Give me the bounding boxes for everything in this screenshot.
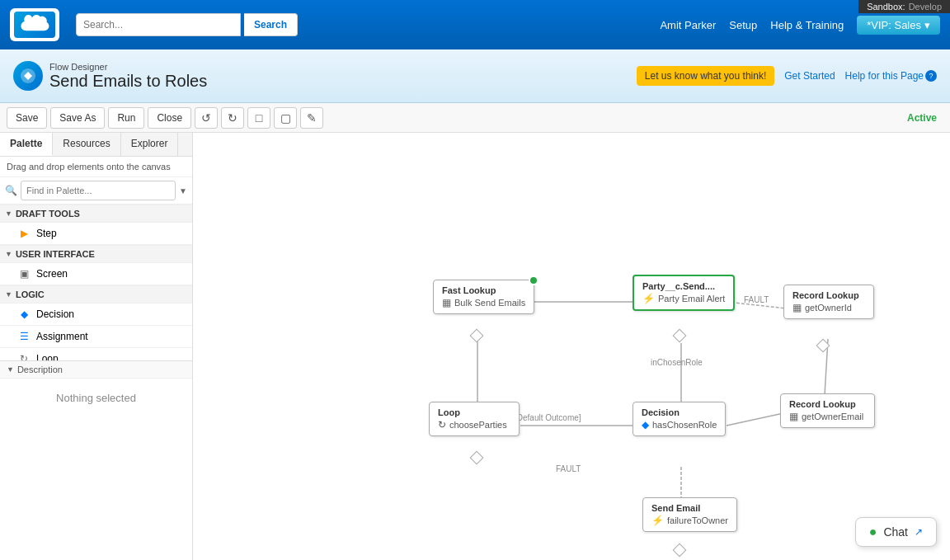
palette-item-step[interactable]: ▶ Step (0, 223, 192, 245)
loop-sub: ↻ chooseParties (438, 419, 510, 431)
redo-button[interactable]: ↻ (221, 107, 244, 129)
section-ui[interactable]: ▼ USER INTERFACE (0, 245, 192, 263)
feedback-area: Let us know what you think! Get Started … (637, 66, 937, 86)
chat-icon: ● (869, 525, 877, 539)
assignment-icon: ☰ (16, 329, 31, 344)
send-email-icon: ⚡ (651, 515, 664, 526)
palette-item-assignment[interactable]: ☰ Assignment (0, 326, 192, 348)
setup-link[interactable]: Setup (729, 19, 757, 31)
close-button[interactable]: Close (148, 107, 191, 129)
user-name[interactable]: Amit Parker (660, 19, 716, 31)
nothing-selected-text: Nothing selected (0, 378, 192, 561)
palette-item-screen[interactable]: ▣ Screen (0, 263, 192, 285)
canvas[interactable]: FAULT inChosenRole [Default Outcome] FAU… (193, 133, 950, 560)
clear-search-icon[interactable]: ▼ (179, 186, 187, 195)
record-lookup-1-title: Record Lookup (792, 290, 865, 300)
active-status: Active (907, 112, 943, 124)
section-label-logic: LOGIC (16, 289, 45, 299)
section-label-draft: DRAFT TOOLS (16, 209, 80, 219)
record-lookup-2-sub: ▦ getOwnerEmail (789, 411, 866, 422)
copy-button[interactable]: □ (247, 107, 270, 129)
section-arrow-draft: ▼ (5, 209, 12, 218)
paste-button[interactable]: ▢ (274, 107, 297, 129)
section-arrow-logic: ▼ (5, 290, 12, 299)
connector-record1-bottom (816, 339, 830, 353)
tab-resources[interactable]: Resources (53, 133, 120, 156)
toolbar: Save Save As Run Close ↺ ↻ □ ▢ ✎ Active (0, 103, 950, 133)
fault-label-1: FAULT (744, 295, 769, 304)
flow-designer-label: Flow Designer (49, 62, 207, 72)
record-lookup-2-icon: ▦ (789, 411, 798, 422)
connector-party-bottom (673, 329, 687, 343)
decision-sub: ◆ hasChosenRole (642, 419, 717, 431)
connector-send-email-bottom (673, 544, 687, 558)
fast-lookup-title: Fast Lookup (442, 285, 525, 295)
record-lookup-2-title: Record Lookup (789, 399, 866, 409)
help-page-link[interactable]: Help for this Page ? (845, 70, 937, 82)
node-loop[interactable]: Loop ↻ chooseParties (429, 402, 520, 436)
palette-search-area: 🔍 ▼ (0, 177, 192, 205)
loop-title: Loop (438, 407, 510, 417)
record-lookup-1-icon: ▦ (792, 302, 802, 313)
svg-line-6 (727, 413, 783, 426)
party-send-icon: ⚡ (642, 293, 655, 304)
party-send-sub: ⚡ Party Email Alert (642, 293, 725, 304)
desc-arrow-icon: ▼ (7, 365, 14, 374)
node-start-indicator (529, 275, 538, 285)
screen-label: Screen (36, 268, 68, 280)
loop-node-icon: ↻ (438, 419, 446, 431)
palette-tabs: Palette Resources Explorer (0, 133, 192, 157)
node-record-lookup-2[interactable]: Record Lookup ▦ getOwnerEmail (780, 393, 875, 428)
chat-label: Chat (883, 525, 908, 539)
assignment-label: Assignment (36, 331, 88, 342)
feedback-button[interactable]: Let us know what you think! (637, 66, 774, 86)
decision-icon: ◆ (16, 307, 31, 322)
default-outcome-label: [Default Outcome] (515, 413, 581, 422)
section-logic[interactable]: ▼ LOGIC (0, 285, 192, 304)
node-party-send[interactable]: Party__c.Send.... ⚡ Party Email Alert (633, 275, 735, 311)
send-email-sub: ⚡ failureToOwner (651, 515, 728, 526)
loop-label: Loop (36, 353, 59, 360)
node-fast-lookup[interactable]: Fast Lookup ▦ Bulk Send Emails (433, 280, 534, 314)
tab-explorer[interactable]: Explorer (121, 133, 179, 156)
sidebar-content: ▼ DRAFT TOOLS ▶ Step ▼ USER INTERFACE ▣ … (0, 205, 192, 360)
chat-button[interactable]: ● Chat ↗ (855, 517, 937, 547)
flow-badge: Flow Designer Send Emails to Roles (13, 61, 207, 91)
save-button[interactable]: Save (7, 107, 47, 129)
palette-search-input[interactable] (21, 181, 176, 200)
node-send-email[interactable]: Send Email ⚡ failureToOwner (642, 497, 737, 532)
decision-node-icon: ◆ (642, 419, 649, 431)
flow-title: Send Emails to Roles (49, 72, 207, 91)
palette-item-loop[interactable]: ↻ Loop (0, 348, 192, 360)
help-training-link[interactable]: Help & Training (770, 19, 844, 31)
flow-title-area: Flow Designer Send Emails to Roles (49, 62, 207, 91)
section-arrow-ui: ▼ (5, 250, 12, 258)
palette-item-decision[interactable]: ◆ Decision (0, 304, 192, 326)
save-as-button[interactable]: Save As (50, 107, 105, 129)
undo-button[interactable]: ↺ (195, 107, 218, 129)
record-lookup-1-sub: ▦ getOwnerId (792, 302, 865, 313)
fault-label-2: FAULT (556, 464, 581, 473)
properties-button[interactable]: ✎ (300, 107, 323, 129)
tab-palette[interactable]: Palette (0, 133, 53, 156)
chat-arrow-icon: ↗ (915, 526, 923, 538)
section-draft-tools[interactable]: ▼ DRAFT TOOLS (0, 205, 192, 223)
search-button[interactable]: Search (244, 13, 298, 36)
app-switcher-button[interactable]: *VIP: Sales ▾ (857, 16, 940, 35)
node-decision[interactable]: Decision ◆ hasChosenRole (633, 402, 726, 436)
search-bar: Search (76, 13, 298, 36)
description-panel[interactable]: ▼ Description (0, 360, 192, 378)
sandbox-label: Sandbox: (867, 2, 905, 12)
sidebar: Palette Resources Explorer Drag and drop… (0, 133, 193, 560)
screen-icon: ▣ (16, 266, 31, 281)
description-label: Description (17, 365, 63, 374)
search-input[interactable] (76, 13, 241, 36)
run-button[interactable]: Run (108, 107, 144, 129)
step-label: Step (36, 228, 57, 239)
node-record-lookup-1[interactable]: Record Lookup ▦ getOwnerId (783, 285, 874, 319)
fast-lookup-icon: ▦ (442, 297, 451, 308)
connector-loop-bottom (470, 451, 484, 465)
loop-icon: ↻ (16, 351, 31, 360)
connector-fast-lookup-bottom (470, 329, 484, 343)
get-started-link[interactable]: Get Started (784, 70, 835, 82)
